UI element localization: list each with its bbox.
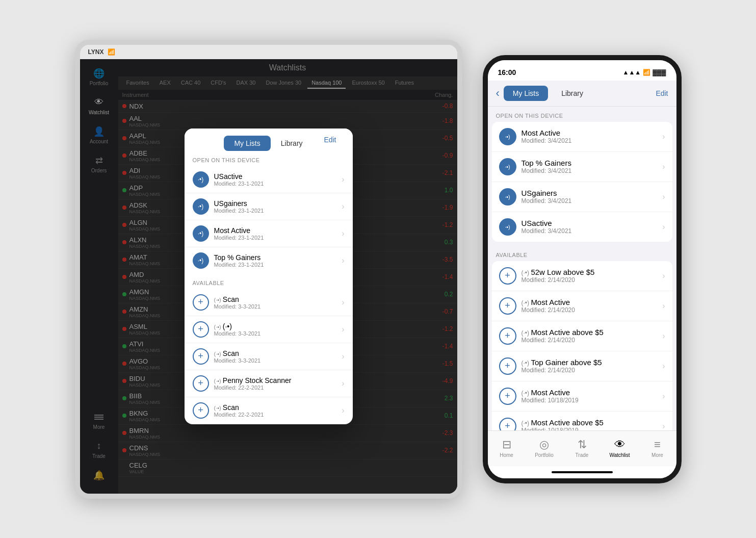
modal-available-item[interactable]: + (·•) (·•) Modified: 3-3-2021 › bbox=[185, 316, 353, 343]
signal-icon: ▲▲▲ bbox=[623, 69, 641, 76]
phone-home-indicator bbox=[488, 466, 676, 478]
phone-available-item[interactable]: + (·•) Top Gainer above $5 Modified: 2/1… bbox=[492, 351, 672, 381]
add-icon: + bbox=[193, 348, 209, 365]
phone-content: ‹ My Lists Library Edit OPEN ON THIS DEV… bbox=[488, 81, 676, 430]
phone-item-name: USgainers bbox=[522, 189, 663, 197]
modal-item-text: (·•) Scan Modified: 22-2-2021 bbox=[214, 403, 342, 418]
phone-item-text: (·•) Most Active Modified: 2/14/2020 bbox=[522, 298, 663, 314]
home-bar bbox=[552, 471, 613, 473]
phone-item-text: USgainers Modified: 3/4/2021 bbox=[522, 189, 663, 204]
phone-nav-watchlist[interactable]: 👁 Watchlist bbox=[601, 438, 639, 458]
phone-chevron-icon: › bbox=[662, 392, 665, 401]
tablet-content: 🌐 Portfolio 👁 Watchlist 👤 Account ⇄ Orde… bbox=[80, 59, 457, 494]
phone-header: ‹ My Lists Library Edit bbox=[488, 81, 676, 107]
phone-checked-icon: ·•) bbox=[499, 158, 516, 175]
modal-available-item[interactable]: + (·•) Scan Modified: 3-3-2021 › bbox=[185, 289, 353, 316]
phone-nav-portfolio[interactable]: ◎ Portfolio bbox=[526, 438, 563, 458]
chevron-icon: › bbox=[342, 325, 344, 334]
phone-nav-label-trade: Trade bbox=[576, 452, 589, 458]
phone-available-label: AVAILABLE bbox=[488, 246, 676, 261]
wave-symbol: ·•) bbox=[198, 257, 204, 264]
modal-overlay[interactable]: My Lists Library Edit OPEN ON THIS DEVIC… bbox=[80, 59, 457, 494]
phone-item-text: Top % Gainers Modified: 3/4/2021 bbox=[522, 159, 663, 174]
phone-chevron-icon: › bbox=[662, 422, 665, 430]
phone-item-name: (·•) Most Active bbox=[522, 298, 663, 306]
phone-available-item[interactable]: + (·•) Most Active Modified: 10/18/2019 … bbox=[492, 381, 672, 412]
tablet-top-bar: LYNX 📶 bbox=[80, 45, 457, 59]
modal-item-text: (·•) Penny Stock Scanner Modified: 22-2-… bbox=[214, 376, 342, 391]
phone-item-name: (·•) 52w Low above $5 bbox=[522, 268, 663, 276]
modal-item-name: (·•) (·•) bbox=[214, 322, 342, 330]
phone-item-name: (·•) Most Active above $5 bbox=[522, 418, 663, 427]
home-nav-icon: ⊟ bbox=[502, 438, 511, 451]
modal-item-date: Modified: 22-2-2021 bbox=[214, 385, 342, 391]
phone-available-item[interactable]: + (·•) Most Active above $5 Modified: 10… bbox=[492, 412, 672, 430]
phone-bottom-nav: ⊟ Home ◎ Portfolio ⇅ Trade 👁 Watchlist ≡… bbox=[488, 430, 676, 466]
phone-nav-label-portfolio: Portfolio bbox=[535, 452, 554, 458]
trade-nav-icon: ⇅ bbox=[578, 438, 587, 451]
phone-item-text: (·•) Top Gainer above $5 Modified: 2/14/… bbox=[522, 358, 663, 374]
phone-item-date: Modified: 3/4/2021 bbox=[522, 227, 663, 235]
modal-item-date: Modified: 23-1-2021 bbox=[214, 235, 342, 241]
phone-nav-more[interactable]: ≡ More bbox=[639, 438, 676, 458]
phone-available-item[interactable]: + (·•) 52w Low above $5 Modified: 2/14/2… bbox=[492, 261, 672, 291]
modal-item-date: Modified: 23-1-2021 bbox=[214, 181, 342, 187]
phone-item-date: Modified: 2/14/2020 bbox=[522, 306, 663, 314]
modal-available-item[interactable]: + (·•) Penny Stock Scanner Modified: 22-… bbox=[185, 370, 353, 397]
phone-item-text: USactive Modified: 3/4/2021 bbox=[522, 219, 663, 235]
phone-available-item[interactable]: + (·•) Most Active Modified: 2/14/2020 › bbox=[492, 291, 672, 321]
add-icon: + bbox=[193, 321, 209, 338]
modal-edit-btn[interactable]: Edit bbox=[324, 136, 336, 144]
phone-available-item[interactable]: + (·•) Most Active above $5 Modified: 2/… bbox=[492, 321, 672, 351]
wave-symbol: ·•) bbox=[198, 176, 204, 183]
modal-available-item[interactable]: + (·•) Scan Modified: 22-2-2021 › bbox=[185, 397, 353, 424]
modal-tab-library[interactable]: Library bbox=[271, 136, 313, 151]
modal-open-item[interactable]: ·•) Most Active Modified: 23-1-2021 › bbox=[185, 220, 353, 247]
phone-item-name: (·•) Most Active bbox=[522, 388, 663, 397]
phone-item-date: Modified: 3/4/2021 bbox=[522, 167, 663, 174]
phone-chevron-icon: › bbox=[662, 162, 665, 171]
phone-tab-mylists[interactable]: My Lists bbox=[504, 86, 548, 101]
modal-item-name: Top % Gainers bbox=[214, 253, 342, 262]
phone: 16:00 ▲▲▲ 📶 ▓▓▓ ‹ My Lists Library Edit … bbox=[483, 55, 682, 483]
modal-available-label: AVAILABLE bbox=[185, 274, 353, 289]
phone-item-date: Modified: 2/14/2020 bbox=[522, 337, 663, 344]
phone-edit-btn[interactable]: Edit bbox=[656, 89, 668, 97]
modal-item-text: Top % Gainers Modified: 23-1-2021 bbox=[214, 253, 342, 268]
phone-nav-home[interactable]: ⊟ Home bbox=[488, 438, 526, 458]
phone-status-icons: ▲▲▲ 📶 ▓▓▓ bbox=[623, 69, 666, 76]
phone-chevron-icon: › bbox=[662, 271, 665, 280]
modal-item-name: (·•) Scan bbox=[214, 295, 342, 303]
modal-item-text: USactive Modified: 23-1-2021 bbox=[214, 172, 342, 187]
modal-item-name: USactive bbox=[214, 172, 342, 181]
modal-open-item[interactable]: ·•) Top % Gainers Modified: 23-1-2021 › bbox=[185, 247, 353, 274]
phone-tab-library[interactable]: Library bbox=[552, 86, 592, 101]
modal-item-name: (·•) Penny Stock Scanner bbox=[214, 376, 342, 385]
modal-open-item[interactable]: ·•) USactive Modified: 23-1-2021 › bbox=[185, 166, 353, 193]
phone-open-item[interactable]: ·•) Most Active Modified: 3/4/2021 › bbox=[492, 122, 672, 152]
modal-item-name: (·•) Scan bbox=[214, 403, 342, 412]
phone-chevron-icon: › bbox=[662, 192, 665, 201]
chevron-icon: › bbox=[342, 352, 344, 361]
phone-item-text: Most Active Modified: 3/4/2021 bbox=[522, 129, 663, 144]
chevron-icon: › bbox=[342, 298, 344, 307]
phone-item-text: (·•) Most Active Modified: 10/18/2019 bbox=[522, 388, 663, 404]
phone-open-item[interactable]: ·•) Top % Gainers Modified: 3/4/2021 › bbox=[492, 152, 672, 182]
phone-back-btn[interactable]: ‹ bbox=[496, 87, 500, 100]
phone-chevron-icon: › bbox=[662, 331, 665, 341]
phone-time: 16:00 bbox=[498, 68, 516, 76]
phone-open-label: OPEN ON THIS DEVICE bbox=[488, 107, 676, 122]
phone-nav-trade[interactable]: ⇅ Trade bbox=[563, 438, 601, 458]
modal-item-text: (·•) Scan Modified: 3-3-2021 bbox=[214, 349, 342, 364]
tablet: LYNX 📶 🌐 Portfolio 👁 Watchlist 👤 Account… bbox=[75, 40, 462, 499]
modal-open-item[interactable]: ·•) USgainers Modified: 23-1-2021 › bbox=[185, 193, 353, 220]
modal-tab-mylists[interactable]: My Lists bbox=[224, 136, 270, 151]
modal-available-item[interactable]: + (·•) Scan Modified: 3-3-2021 › bbox=[185, 343, 353, 370]
battery-icon: ▓▓▓ bbox=[653, 69, 666, 76]
phone-open-item[interactable]: ·•) USgainers Modified: 3/4/2021 › bbox=[492, 182, 672, 212]
phone-chevron-icon: › bbox=[662, 301, 665, 311]
phone-add-icon: + bbox=[499, 327, 516, 345]
modal-item-name: USgainers bbox=[214, 199, 342, 208]
phone-open-item[interactable]: ·•) USactive Modified: 3/4/2021 › bbox=[492, 212, 672, 242]
modal-header: My Lists Library Edit bbox=[185, 129, 353, 151]
